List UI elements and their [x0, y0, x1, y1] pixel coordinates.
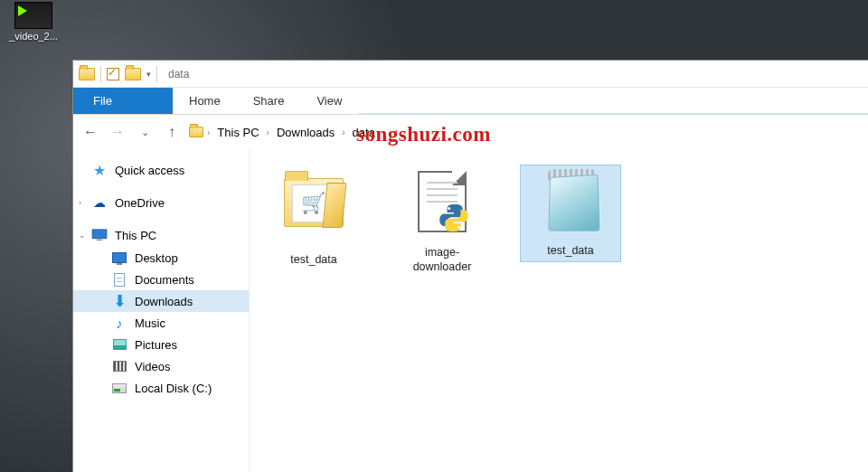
video-file-icon — [14, 2, 52, 29]
file-item-python[interactable]: image-downloader — [392, 165, 492, 278]
breadcrumb-this-pc[interactable]: This PC — [213, 124, 262, 141]
folder-icon — [189, 127, 203, 137]
separator — [156, 66, 157, 82]
svg-point-3 — [458, 226, 460, 229]
cloud-icon: ☁ — [91, 194, 108, 211]
sidebar-item-label: Local Disk (C:) — [135, 382, 212, 395]
sidebar-item-label: Videos — [135, 360, 171, 373]
sidebar-item-label: Documents — [135, 273, 194, 287]
explorer-body: ★ Quick access › ☁ OneDrive ⌄ This PC De… — [73, 149, 868, 472]
sidebar-item-videos[interactable]: Videos — [73, 355, 249, 377]
nav-forward-button[interactable]: → — [108, 122, 127, 142]
nav-back-button[interactable]: ← — [80, 122, 100, 142]
sidebar-item-label: Quick access — [115, 164, 184, 177]
sidebar-item-label: Pictures — [135, 338, 177, 352]
nav-up-button[interactable]: ↑ — [162, 122, 182, 142]
file-label: test_data — [524, 243, 617, 258]
chevron-down-icon[interactable]: ⌄ — [79, 231, 86, 240]
videos-icon — [113, 361, 127, 372]
music-icon: ♪ — [111, 315, 127, 331]
download-arrow-icon: ⬇ — [111, 293, 127, 309]
breadcrumb-data[interactable]: data — [349, 124, 379, 141]
breadcrumb-label: data — [353, 126, 375, 139]
document-icon — [114, 273, 125, 287]
breadcrumb-label: This PC — [217, 126, 259, 139]
chevron-right-icon[interactable]: › — [79, 198, 81, 207]
file-item-text[interactable]: test_data — [521, 165, 620, 261]
file-explorer-window: ▾ data File Home Share View ← → ⌄ ↑ › Th… — [72, 60, 868, 472]
address-bar[interactable]: › This PC › Downloads › data › — [189, 120, 868, 144]
sidebar-item-pictures[interactable]: Pictures — [73, 334, 249, 355]
tab-view[interactable]: View — [300, 88, 358, 114]
sidebar-item-documents[interactable]: Documents — [73, 269, 249, 290]
tab-home[interactable]: Home — [173, 88, 237, 114]
new-folder-icon[interactable] — [125, 68, 141, 80]
titlebar[interactable]: ▾ data — [73, 61, 868, 88]
sidebar-item-label: This PC — [115, 229, 156, 242]
file-list[interactable]: 🛒 test_data image-do — [250, 149, 868, 472]
sidebar-item-label: Desktop — [135, 251, 178, 265]
sidebar-item-downloads[interactable]: ⬇ Downloads — [73, 290, 249, 312]
chevron-right-icon[interactable]: › — [381, 127, 387, 137]
sidebar-item-onedrive[interactable]: › ☁ OneDrive — [73, 191, 249, 214]
nav-recent-dropdown[interactable]: ⌄ — [135, 122, 155, 142]
file-label: image-downloader — [396, 245, 488, 275]
file-label: test_data — [268, 252, 360, 267]
sidebar-item-music[interactable]: ♪ Music — [73, 312, 249, 334]
sidebar-item-label: Music — [135, 316, 165, 330]
sidebar-item-desktop[interactable]: Desktop — [73, 247, 249, 269]
ribbon-spacer — [358, 88, 868, 114]
svg-point-2 — [448, 207, 450, 210]
properties-icon[interactable] — [107, 68, 119, 80]
window-title: data — [168, 68, 189, 80]
tab-file[interactable]: File — [73, 88, 173, 114]
qat-dropdown-icon[interactable]: ▾ — [146, 70, 151, 79]
pictures-icon — [113, 339, 127, 350]
python-file-icon — [406, 171, 478, 238]
sidebar-item-local-disk[interactable]: Local Disk (C:) — [73, 377, 249, 399]
separator — [100, 66, 101, 82]
pc-icon — [91, 227, 108, 243]
folder-large-icon: 🛒 — [278, 178, 350, 245]
chevron-right-icon[interactable]: › — [340, 127, 346, 137]
breadcrumb-downloads[interactable]: Downloads — [273, 124, 338, 141]
desktop-shortcut-video[interactable]: _video_2... — [0, 0, 67, 43]
sidebar-item-this-pc[interactable]: ⌄ This PC — [73, 223, 249, 247]
file-item-folder[interactable]: 🛒 test_data — [264, 165, 363, 270]
notepad-icon — [534, 169, 607, 236]
breadcrumb-label: Downloads — [277, 126, 335, 139]
folder-icon — [79, 68, 95, 80]
svg-rect-1 — [97, 239, 103, 241]
navigation-pane: ★ Quick access › ☁ OneDrive ⌄ This PC De… — [73, 149, 250, 472]
sidebar-item-label: Downloads — [135, 295, 193, 308]
desktop-shortcut-label: _video_2... — [2, 31, 65, 42]
svg-rect-0 — [92, 230, 107, 239]
chevron-right-icon[interactable]: › — [205, 127, 212, 137]
navigation-bar: ← → ⌄ ↑ › This PC › Downloads › data › — [73, 115, 868, 149]
disk-icon — [112, 383, 127, 393]
star-icon: ★ — [91, 162, 108, 178]
desktop-icon — [112, 252, 127, 263]
tab-share[interactable]: Share — [237, 88, 301, 114]
sidebar-item-label: OneDrive — [115, 196, 165, 210]
chevron-right-icon[interactable]: › — [265, 127, 271, 137]
sidebar-item-quick-access[interactable]: ★ Quick access — [73, 158, 249, 182]
ribbon-tabs: File Home Share View — [73, 88, 868, 115]
